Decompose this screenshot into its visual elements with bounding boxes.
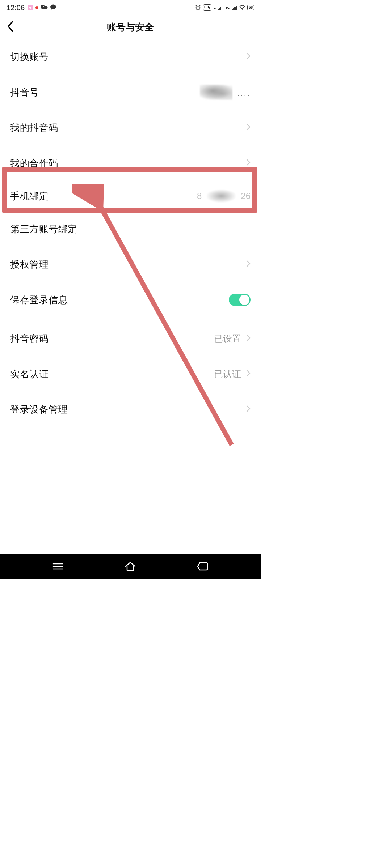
wechat-icon bbox=[41, 4, 48, 11]
row-label: 切换账号 bbox=[10, 51, 49, 63]
status-time: 12:06 bbox=[7, 4, 25, 12]
row-value: 已认证 bbox=[214, 368, 241, 380]
toggle-switch[interactable] bbox=[229, 294, 251, 306]
page-header: 账号与安全 bbox=[0, 15, 261, 39]
row-douyin-id[interactable]: 抖音号 .... bbox=[0, 75, 261, 110]
hd-badge: HD2 bbox=[203, 4, 211, 11]
svg-point-1 bbox=[44, 6, 48, 9]
redacted-value bbox=[200, 85, 232, 100]
row-password[interactable]: 抖音密码 已设置 bbox=[0, 321, 261, 356]
row-switch-account[interactable]: 切换账号 bbox=[0, 39, 261, 75]
svg-point-4 bbox=[50, 4, 56, 9]
row-value: 已设置 bbox=[214, 333, 241, 345]
row-label: 手机绑定 bbox=[10, 190, 49, 203]
location-pin-icon bbox=[35, 6, 38, 9]
back-button[interactable] bbox=[7, 20, 14, 34]
row-save-login-info[interactable]: 保存登录信息 bbox=[0, 282, 261, 318]
chevron-right-icon bbox=[246, 405, 251, 414]
nav-back-button[interactable] bbox=[197, 562, 209, 571]
chevron-right-icon bbox=[246, 159, 251, 167]
row-label: 抖音密码 bbox=[10, 332, 49, 345]
row-label: 第三方账号绑定 bbox=[10, 223, 77, 235]
row-cooperation-code[interactable]: 我的合作码 bbox=[0, 145, 261, 181]
alarm-icon bbox=[195, 5, 201, 10]
signal-5g-label: 5G bbox=[226, 6, 230, 9]
chevron-right-icon bbox=[246, 370, 251, 378]
wifi-icon bbox=[239, 5, 245, 10]
row-label: 我的合作码 bbox=[10, 157, 58, 170]
page-title: 账号与安全 bbox=[107, 21, 154, 34]
row-realname-verification[interactable]: 实名认证 已认证 bbox=[0, 356, 261, 392]
chevron-right-icon bbox=[246, 52, 251, 61]
phone-prefix: 8 bbox=[197, 191, 202, 201]
row-label: 我的抖音码 bbox=[10, 122, 58, 134]
svg-point-2 bbox=[42, 6, 42, 7]
redacted-value bbox=[207, 190, 236, 203]
row-phone-binding[interactable]: 手机绑定 8 26 bbox=[0, 181, 261, 211]
phone-suffix: 26 bbox=[241, 191, 251, 201]
row-label: 抖音号 bbox=[10, 86, 39, 99]
chat-bubble-icon bbox=[50, 4, 56, 11]
chevron-right-icon bbox=[246, 260, 251, 269]
chevron-right-icon bbox=[246, 123, 251, 132]
signal-bars-icon bbox=[218, 5, 223, 10]
status-right: HD2 G 5G 58 bbox=[195, 4, 254, 11]
settings-list: 切换账号 抖音号 .... 我的抖音码 我的合作码 手机绑定 bbox=[0, 39, 261, 427]
nav-home-button[interactable] bbox=[124, 561, 136, 571]
nav-recents-button[interactable] bbox=[52, 562, 64, 571]
row-label: 登录设备管理 bbox=[10, 403, 68, 416]
svg-point-6 bbox=[242, 9, 243, 10]
status-bar: 12:06 HD2 G 5G 58 bbox=[0, 0, 261, 13]
signal-g-label: G bbox=[214, 6, 216, 9]
row-label: 保存登录信息 bbox=[10, 294, 68, 306]
svg-point-3 bbox=[43, 6, 44, 7]
redacted-dots: .... bbox=[237, 89, 251, 100]
divider bbox=[0, 319, 261, 319]
row-third-party-binding[interactable]: 第三方账号绑定 bbox=[0, 211, 261, 247]
row-login-devices[interactable]: 登录设备管理 bbox=[0, 392, 261, 427]
chevron-right-icon bbox=[246, 334, 251, 343]
battery-indicator: 58 bbox=[247, 5, 254, 10]
camera-icon bbox=[28, 5, 33, 10]
row-my-qr[interactable]: 我的抖音码 bbox=[0, 110, 261, 145]
system-nav-bar bbox=[0, 554, 261, 579]
row-label: 授权管理 bbox=[10, 258, 49, 271]
row-label: 实名认证 bbox=[10, 368, 49, 380]
row-authorization-management[interactable]: 授权管理 bbox=[0, 247, 261, 282]
signal-bars-icon bbox=[232, 5, 237, 10]
